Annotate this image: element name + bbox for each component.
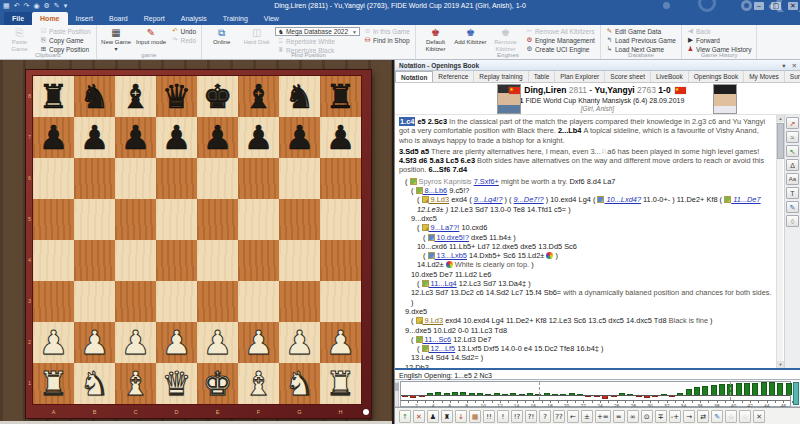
square-e1[interactable]: ♚ [197,363,238,404]
move-text[interactable]: 13.Lxf5 Dxf5 14.0-0 e4 15.Dc2 Tfe8 16.b4… [455,344,603,353]
eval-bar-move-28[interactable] [627,394,633,395]
move-text[interactable]: 6...Sf6 7.d4 [429,165,468,174]
white-piece-q[interactable]: ♛ [156,363,197,404]
square-g4[interactable] [279,240,320,281]
square-e6[interactable] [197,158,238,199]
move-text[interactable]: 12.Le3 Sd7 13.0-0 Te8 14.Tfd1 c5= ) [450,205,570,214]
eval-bar-move-38[interactable] [711,385,717,395]
white-piece-b[interactable]: ♝ [238,363,279,404]
eval-bar-move-19[interactable] [552,394,558,395]
ribbon-tab-file[interactable]: File [4,12,32,25]
white-piece-n[interactable]: ♞ [74,363,115,404]
close-icon[interactable]: ✕ [792,60,797,71]
square-f7[interactable]: ♟ [238,117,279,158]
tab-my-moves[interactable]: My Moves [744,71,785,82]
eval-bar-move-39[interactable] [719,384,725,395]
mega-database-2022-combo[interactable]: ♞Mega Database 2022▼ [275,27,360,36]
sym-equal[interactable]: = [613,410,625,423]
move-text[interactable]: 10...Lxd4? [604,195,641,204]
tab-table[interactable]: Table [529,71,556,82]
in-this-game-button[interactable]: ⊙In this Game [362,27,412,35]
notation-text[interactable]: 1.c4 e5 2.Sc3 In the classical part of t… [395,115,776,368]
sym-minus-plus[interactable]: ∓ [655,410,667,423]
ribbon-tab-view[interactable]: View [256,12,287,25]
black-piece-p[interactable]: ♟ [197,117,238,158]
square-g6[interactable] [279,158,320,199]
eval-bar-move-18[interactable] [544,393,550,395]
white-piece-p[interactable]: ♟ [115,322,156,363]
white-piece-p[interactable]: ♟ [238,322,279,363]
eval-bar-move-36[interactable] [694,387,700,395]
square-c7[interactable]: ♟ [115,117,156,158]
chess-board[interactable]: ♜♞♝♛♚♝♞♜♟♟♟♟♟♟♟♟♟♟♟♟♟♟♟♟♜♞♝♛♚♝♞♜ [33,76,361,404]
square-c4[interactable] [115,240,156,281]
black-piece-n[interactable]: ♞ [74,76,115,117]
insert-arrow-red-icon[interactable]: ↗ [786,117,799,129]
square-c8[interactable]: ♝ [115,76,156,117]
square-a4[interactable] [33,240,74,281]
square-h7[interactable]: ♟ [320,117,361,158]
square-g8[interactable]: ♞ [279,76,320,117]
square-d2[interactable]: ♟ [156,322,197,363]
move-text[interactable]: 10...cxd6 11.Lb5+ Ld7 12.dxe5 dxe5 13.Dd… [417,242,577,251]
eval-bar-move-6[interactable] [444,393,450,395]
sym-pencil[interactable]: ✎ [711,410,723,423]
paste-position-button[interactable]: ☑Paste Position [38,27,93,35]
eraser-icon[interactable]: ◊ [786,215,799,227]
black-piece-q[interactable]: ♛ [156,76,197,117]
black-piece-r[interactable]: ♜ [33,76,74,117]
sym-dubious[interactable]: ?! [525,410,537,423]
move-text[interactable]: 13.Le4 Sd4 14.Sd2= ) [411,353,483,362]
square-h3[interactable] [320,281,361,322]
white-piece-n[interactable]: ♞ [279,363,320,404]
collapse-icon[interactable]: ▾ [782,60,785,71]
eval-bar-move-16[interactable] [527,393,533,395]
square-d8[interactable]: ♛ [156,76,197,117]
move-text[interactable]: 9...dxc5 [411,214,437,223]
square-b6[interactable] [74,158,115,199]
move-text[interactable]: 9...De7!? [514,195,544,204]
move-text[interactable]: 2...Lb4 [558,126,583,135]
input-mode-button[interactable]: ✎Input mode [135,26,168,51]
good-for-white-arrow[interactable]: ↑ [399,410,411,423]
eval-bar-move-35[interactable] [686,389,692,395]
move-text[interactable]: 9...La7?! [429,223,460,232]
paste-game-button[interactable]: ⎘Paste Game [3,26,36,51]
square-g5[interactable] [279,199,320,240]
white-piece-p[interactable]: ♟ [74,322,115,363]
move-text[interactable]: 10.cxd6 [459,223,487,232]
current-move[interactable]: 1.c4 [399,117,415,126]
eval-bar-move-24[interactable] [594,396,600,397]
move-text[interactable]: 13...Lxb5 [435,251,467,260]
eval-bar-move-41[interactable] [736,383,742,395]
back-button[interactable]: ◀Back [685,27,754,35]
square-e4[interactable] [197,240,238,281]
eval-bar-move-47[interactable] [786,383,792,395]
square-g3[interactable] [279,281,320,322]
edit-game-data-button[interactable]: ✎Edit Game Data [604,27,678,35]
sym-mistake[interactable]: ? [539,410,551,423]
ribbon-tab-analysis[interactable]: Analysis [173,12,215,25]
eval-bar-move-23[interactable] [585,396,591,397]
square-f5[interactable] [238,199,279,240]
black-piece-p[interactable]: ♟ [320,117,361,158]
square-d4[interactable] [156,240,197,281]
square-b5[interactable] [74,199,115,240]
move-text[interactable]: dxe5 11.b4± ) [469,233,516,242]
square-g7[interactable]: ♟ [279,117,320,158]
square-c5[interactable] [115,199,156,240]
tab-reference[interactable]: Reference [433,71,474,82]
default-kibitzer-button[interactable]: ♚Default Kibitzer [419,26,452,51]
square-f4[interactable] [238,240,279,281]
move-text[interactable]: 11...Sc6 [423,335,452,344]
black-piece-p[interactable]: ♟ [156,117,197,158]
square-e8[interactable]: ♚ [197,76,238,117]
sym-blunder[interactable]: ?? [553,410,565,423]
square-h2[interactable]: ♟ [320,322,361,363]
tab-score-sheet[interactable]: Score sheet [605,71,651,82]
tab-notation[interactable]: Notation [395,71,433,82]
square-g2[interactable]: ♟ [279,322,320,363]
square-h8[interactable]: ♜ [320,76,361,117]
square-c1[interactable]: ♝ [115,363,156,404]
eval-bar-move-27[interactable] [619,393,625,395]
